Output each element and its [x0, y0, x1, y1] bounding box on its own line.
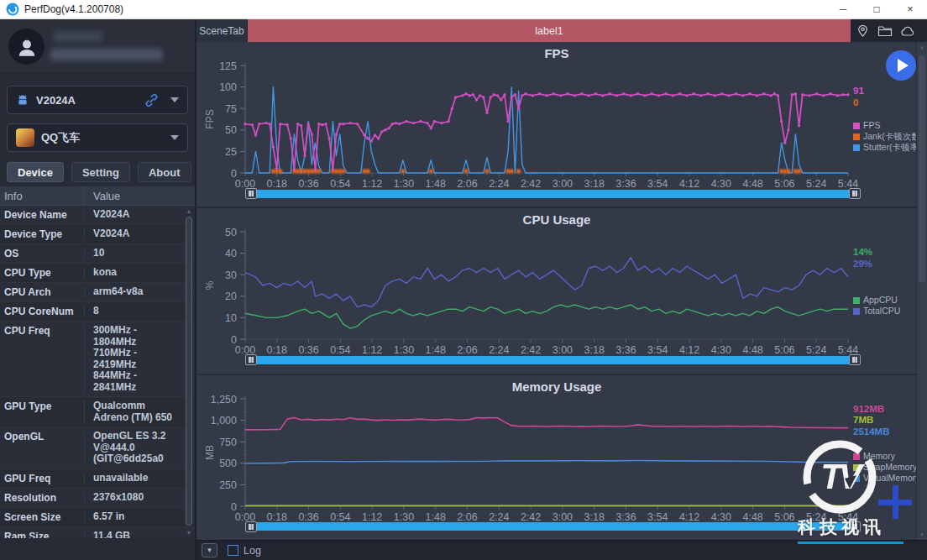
legend-swatch	[853, 123, 860, 129]
app-icon	[16, 128, 34, 147]
scrollbar-right-grip[interactable]	[849, 354, 861, 365]
svg-text:5:24: 5:24	[806, 178, 826, 188]
svg-text:3:54: 3:54	[647, 178, 668, 188]
chevron-down-icon[interactable]	[170, 97, 179, 102]
user-email-blurred	[50, 49, 163, 60]
svg-text:5:44: 5:44	[838, 511, 858, 521]
close-button[interactable]: ×	[893, 0, 927, 18]
scroll-up-icon[interactable]: ▲	[185, 208, 193, 214]
svg-text:50: 50	[225, 124, 237, 136]
table-row: Resolution2376x1080	[0, 489, 195, 508]
scrollbar-thumb[interactable]	[186, 217, 192, 526]
chevron-down-icon[interactable]	[170, 135, 179, 140]
folder-icon[interactable]	[877, 24, 893, 38]
legend-swatch	[853, 308, 860, 315]
info-key: Resolution	[0, 492, 84, 504]
sidebar-tabs: Device Setting About	[7, 162, 188, 182]
cloud-icon[interactable]	[900, 24, 916, 37]
svg-text:4:12: 4:12	[679, 178, 699, 188]
column-header-value: Value	[84, 186, 195, 205]
svg-text:0:36: 0:36	[298, 344, 318, 354]
scrollbar-range[interactable]	[257, 356, 849, 364]
log-checkbox[interactable]	[228, 545, 238, 556]
svg-text:0:18: 0:18	[267, 511, 287, 521]
svg-text:0:00: 0:00	[235, 511, 255, 521]
fps-plot[interactable]: 02550751001250:000:180:360:541:121:301:4…	[196, 60, 917, 188]
table-row: OS10	[0, 244, 195, 264]
cpu-plot[interactable]: 010203040500:000:180:360:541:121:301:482…	[196, 227, 917, 354]
svg-text:3:18: 3:18	[584, 178, 605, 188]
app-name: QQ飞车	[41, 130, 164, 145]
scrollbar-left-grip[interactable]	[245, 521, 257, 532]
fps-time-scrollbar[interactable]	[245, 188, 861, 199]
window-title: PerfDog(v4.1.200708)	[24, 3, 123, 15]
tab-device[interactable]: Device	[7, 162, 64, 182]
svg-text:4:48: 4:48	[742, 511, 762, 521]
info-value: unavailable	[84, 473, 195, 484]
svg-text:2:06: 2:06	[457, 511, 477, 521]
info-value: 300MHz - 1804MHz 710MHz - 2419MHz 844MHz…	[84, 325, 195, 393]
cpu-time-scrollbar[interactable]	[245, 354, 861, 365]
info-key: OS	[0, 248, 84, 259]
memory-time-scrollbar[interactable]	[245, 521, 861, 532]
scroll-down-icon[interactable]: ▼	[917, 532, 927, 537]
svg-text:1:48: 1:48	[426, 511, 446, 521]
memory-plot[interactable]: 02505007501,0001,2500:000:180:360:541:12…	[196, 394, 917, 521]
info-key: Device Type	[0, 228, 84, 240]
link-icon[interactable]	[144, 93, 159, 107]
scrollbar-left-grip[interactable]	[245, 354, 257, 365]
svg-text:0:00: 0:00	[235, 178, 255, 188]
maximize-button[interactable]: □	[860, 0, 893, 18]
chart-area: SceneTab label1 FPS 02550751001250:000:1…	[195, 19, 927, 560]
svg-text:40: 40	[225, 248, 237, 259]
expand-button[interactable]: ▼	[202, 543, 217, 557]
scroll-down-icon[interactable]: ▼	[185, 530, 193, 536]
info-key: CPU Type	[0, 267, 84, 279]
svg-text:1:48: 1:48	[426, 344, 446, 354]
svg-text:MB: MB	[204, 445, 216, 460]
svg-text:3:18: 3:18	[584, 344, 605, 354]
legend-swatch	[853, 475, 860, 482]
svg-text:20: 20	[225, 291, 237, 303]
svg-text:3:54: 3:54	[647, 344, 668, 354]
svg-text:3:36: 3:36	[615, 511, 636, 521]
table-body: Device NameV2024ADevice TypeV2024AOS10CP…	[0, 206, 195, 538]
tab-setting[interactable]: Setting	[71, 162, 130, 182]
location-icon[interactable]	[856, 24, 870, 38]
app-selector[interactable]: QQ飞车	[7, 123, 188, 152]
table-header: Info Value	[0, 186, 195, 206]
scrollbar-range[interactable]	[257, 190, 849, 198]
scrollbar-right-grip[interactable]	[849, 521, 861, 532]
svg-text:5:44: 5:44	[838, 344, 858, 354]
table-scrollbar[interactable]: ▲ ▼	[185, 208, 193, 536]
svg-text:125: 125	[219, 60, 237, 72]
scrollbar-range[interactable]	[257, 522, 849, 531]
vertical-scrollbar[interactable]: ▲ ▼	[916, 42, 927, 540]
svg-text:3:00: 3:00	[553, 178, 573, 188]
table-row: Device TypeV2024A	[0, 225, 195, 244]
svg-text:250: 250	[219, 479, 237, 491]
minimize-button[interactable]: ─	[826, 0, 860, 18]
scrollbar-right-grip[interactable]	[849, 188, 861, 199]
scene-tab[interactable]: SceneTab	[196, 19, 247, 42]
svg-text:1:30: 1:30	[394, 511, 414, 521]
scene-label[interactable]: label1	[248, 19, 851, 42]
svg-text:5:24: 5:24	[806, 511, 826, 521]
svg-text:10: 10	[225, 312, 237, 324]
device-selector[interactable]: V2024A	[7, 86, 188, 114]
avatar[interactable]	[8, 29, 45, 65]
play-button[interactable]	[886, 50, 916, 81]
svg-text:4:30: 4:30	[711, 344, 731, 354]
bottom-bar: ▼ Log	[196, 540, 927, 560]
scrollbar-left-grip[interactable]	[245, 188, 257, 199]
info-value: 11.4 GB	[84, 531, 195, 539]
scrollbar-thumb[interactable]	[919, 55, 925, 282]
svg-text:5:24: 5:24	[806, 344, 826, 354]
svg-text:500: 500	[219, 458, 237, 469]
info-value: 2376x1080	[84, 492, 195, 504]
scroll-up-icon[interactable]: ▲	[917, 44, 927, 50]
svg-text:4:12: 4:12	[679, 344, 699, 354]
tab-about[interactable]: About	[138, 162, 191, 182]
svg-text:4:48: 4:48	[742, 344, 762, 354]
svg-text:3:36: 3:36	[615, 178, 636, 188]
